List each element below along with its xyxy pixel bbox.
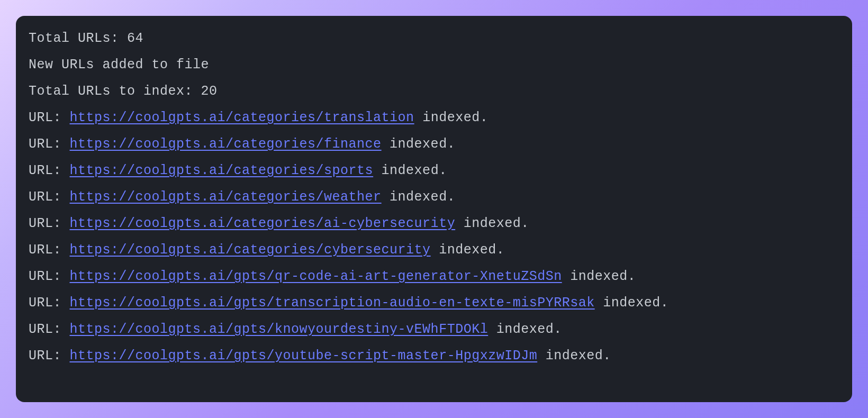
url-prefix: URL:: [29, 322, 70, 337]
url-suffix: indexed.: [382, 137, 456, 152]
url-line: URL: https://coolgpts.ai/gpts/qr-code-ai…: [29, 263, 839, 290]
url-link[interactable]: https://coolgpts.ai/categories/sports: [70, 163, 374, 178]
url-prefix: URL:: [29, 137, 70, 152]
url-link[interactable]: https://coolgpts.ai/gpts/youtube-script-…: [70, 348, 538, 364]
url-link[interactable]: https://coolgpts.ai/categories/finance: [70, 137, 382, 152]
url-suffix: indexed.: [455, 216, 529, 231]
url-link[interactable]: https://coolgpts.ai/categories/translati…: [70, 110, 414, 125]
total-urls-line: Total URLs: 64: [29, 25, 839, 52]
url-prefix: URL:: [29, 189, 70, 205]
url-link[interactable]: https://coolgpts.ai/gpts/qr-code-ai-art-…: [70, 269, 562, 284]
url-link[interactable]: https://coolgpts.ai/gpts/knowyourdestiny…: [70, 322, 489, 337]
url-prefix: URL:: [29, 110, 70, 125]
url-line: URL: https://coolgpts.ai/categories/weat…: [29, 184, 839, 211]
url-suffix: indexed.: [562, 269, 636, 284]
url-suffix: indexed.: [488, 322, 562, 337]
url-suffix: indexed.: [537, 348, 611, 364]
url-suffix: indexed.: [382, 189, 456, 205]
url-suffix: indexed.: [595, 295, 669, 311]
url-line: URL: https://coolgpts.ai/gpts/transcript…: [29, 290, 839, 316]
url-suffix: indexed.: [373, 163, 447, 178]
url-line: URL: https://coolgpts.ai/categories/cybe…: [29, 237, 839, 263]
new-urls-line: New URLs added to file: [29, 52, 839, 78]
url-link[interactable]: https://coolgpts.ai/gpts/transcription-a…: [70, 295, 595, 311]
url-link[interactable]: https://coolgpts.ai/categories/weather: [70, 189, 382, 205]
url-prefix: URL:: [29, 269, 70, 284]
to-index-line: Total URLs to index: 20: [29, 78, 839, 105]
url-prefix: URL:: [29, 348, 70, 364]
terminal-output: Total URLs: 64 New URLs added to file To…: [16, 16, 852, 402]
url-prefix: URL:: [29, 163, 70, 178]
url-prefix: URL:: [29, 242, 70, 258]
url-line: URL: https://coolgpts.ai/gpts/youtube-sc…: [29, 343, 839, 369]
url-prefix: URL:: [29, 295, 70, 311]
url-line: URL: https://coolgpts.ai/categories/tran…: [29, 105, 839, 131]
url-suffix: indexed.: [431, 242, 505, 258]
url-line: URL: https://coolgpts.ai/gpts/knowyourde…: [29, 316, 839, 343]
url-prefix: URL:: [29, 216, 70, 231]
url-line: URL: https://coolgpts.ai/categories/spor…: [29, 158, 839, 184]
url-line: URL: https://coolgpts.ai/categories/fina…: [29, 131, 839, 158]
url-line: URL: https://coolgpts.ai/categories/ai-c…: [29, 211, 839, 237]
url-suffix: indexed.: [414, 110, 489, 125]
url-link[interactable]: https://coolgpts.ai/categories/cybersecu…: [70, 242, 431, 258]
url-link[interactable]: https://coolgpts.ai/categories/ai-cybers…: [70, 216, 456, 231]
